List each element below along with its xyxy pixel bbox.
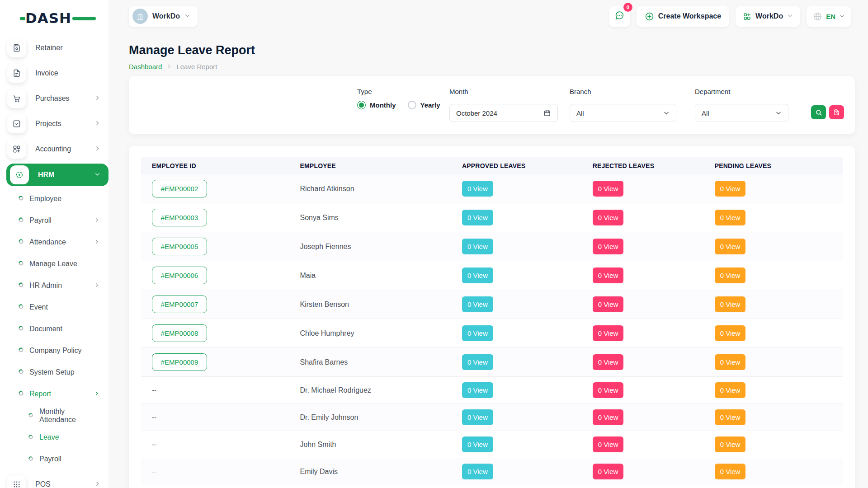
rejected-view-badge[interactable]: 0 View xyxy=(593,464,624,479)
approved-view-badge[interactable]: 0 View xyxy=(462,181,493,197)
yearly-radio[interactable]: Yearly xyxy=(408,101,440,109)
rejected-view-badge[interactable]: 0 View xyxy=(593,325,624,341)
pending-view-badge[interactable]: 0 View xyxy=(715,409,746,425)
employee-id-button[interactable]: #EMP00008 xyxy=(152,324,207,342)
approved-view-badge[interactable]: 0 View xyxy=(462,210,493,225)
sub-item-label: HR Admin xyxy=(29,282,94,290)
language-selector[interactable]: EN xyxy=(807,6,851,27)
rejected-view-badge[interactable]: 0 View xyxy=(593,382,624,398)
sidebar-item-monthly-attendance[interactable]: Monthly Attendance xyxy=(0,405,108,427)
approved-view-badge[interactable]: 0 View xyxy=(462,354,493,370)
sidebar-item-accounting[interactable]: Accounting xyxy=(0,136,108,162)
rejected-view-badge[interactable]: 0 View xyxy=(593,409,624,425)
search-button[interactable] xyxy=(811,105,826,119)
pending-view-badge[interactable]: 0 View xyxy=(715,239,746,254)
pending-view-badge[interactable]: 0 View xyxy=(715,181,746,197)
monthly-radio[interactable]: Monthly xyxy=(357,101,396,109)
rejected-view-badge[interactable]: 0 View xyxy=(593,354,624,370)
sidebar-item-payroll[interactable]: Payroll xyxy=(0,210,108,231)
hrm-target-icon xyxy=(10,165,29,184)
sidebar-item-system-setup[interactable]: System Setup xyxy=(0,361,108,383)
sidebar-item-employee[interactable]: Employee xyxy=(0,188,108,210)
rejected-view-badge[interactable]: 0 View xyxy=(593,267,624,283)
workspace-avatar-building-icon xyxy=(132,9,148,24)
approved-view-badge[interactable]: 0 View xyxy=(462,325,493,341)
pos-grid-icon xyxy=(7,475,26,488)
workdo-grid-icon xyxy=(743,12,751,21)
sidebar-item-report[interactable]: Report xyxy=(0,383,108,405)
sidebar-item-hrm[interactable]: HRM xyxy=(6,164,108,186)
department-label: Department xyxy=(695,88,730,95)
sidebar-item-leave[interactable]: Leave xyxy=(0,427,108,448)
workspace-selector[interactable]: WorkDo xyxy=(129,6,198,27)
approved-view-badge[interactable]: 0 View xyxy=(462,267,493,283)
sidebar-item-retainer[interactable]: Retainer xyxy=(0,35,108,61)
bullet-icon xyxy=(28,455,34,463)
branch-select[interactable]: All xyxy=(570,104,676,122)
employee-id-button[interactable]: #EMP00006 xyxy=(152,267,207,284)
rejected-view-badge[interactable]: 0 View xyxy=(593,436,624,452)
employee-id-button[interactable]: #EMP00003 xyxy=(152,209,207,226)
rejected-view-badge[interactable]: 0 View xyxy=(593,181,624,197)
chevron-right-icon xyxy=(94,120,100,128)
radio-selected-icon xyxy=(357,101,366,109)
pending-view-badge[interactable]: 0 View xyxy=(715,296,746,312)
brand-logo[interactable]: DASH xyxy=(25,10,84,25)
chevron-right-icon xyxy=(94,145,100,153)
sidebar-item-purchases[interactable]: Purchases xyxy=(0,86,108,111)
approved-view-badge[interactable]: 0 View xyxy=(462,409,493,425)
pending-view-badge[interactable]: 0 View xyxy=(715,325,746,341)
pending-view-badge[interactable]: 0 View xyxy=(715,354,746,370)
rejected-view-badge[interactable]: 0 View xyxy=(593,296,624,312)
month-input[interactable]: October 2024 xyxy=(449,104,558,122)
approved-view-badge[interactable]: 0 View xyxy=(462,239,493,254)
sidebar-item-invoice[interactable]: Invoice xyxy=(0,61,108,86)
sidebar-item-company-policy[interactable]: Company Policy xyxy=(0,340,108,361)
sidebar-item-projects[interactable]: Projects xyxy=(0,111,108,136)
sub-item-label: Manage Leave xyxy=(29,260,99,268)
table-row: #EMP00005 Joseph Fiennes 0 View 0 View 0… xyxy=(141,232,843,261)
rejected-view-badge[interactable]: 0 View xyxy=(593,210,624,225)
breadcrumb-dashboard-link[interactable]: Dashboard xyxy=(129,63,162,70)
sidebar-item-pos[interactable]: POS xyxy=(0,472,108,488)
employee-id-button[interactable]: #EMP00002 xyxy=(152,180,207,197)
bullet-icon xyxy=(18,368,24,376)
sub-item-label: Monthly Attendance xyxy=(39,408,99,424)
employee-name: Joseph Fiennes xyxy=(289,232,451,261)
department-select[interactable]: All xyxy=(695,104,788,122)
pending-view-badge[interactable]: 0 View xyxy=(715,382,746,398)
file-slash-icon xyxy=(833,109,840,116)
plus-circle-icon xyxy=(645,12,654,21)
employee-id-button[interactable]: #EMP00009 xyxy=(152,353,207,371)
approved-view-badge[interactable]: 0 View xyxy=(462,436,493,452)
pending-view-badge[interactable]: 0 View xyxy=(715,267,746,283)
reset-filter-button[interactable] xyxy=(829,105,844,119)
employee-id-empty: -- xyxy=(152,413,156,421)
pending-view-badge[interactable]: 0 View xyxy=(715,464,746,479)
sidebar-item-event[interactable]: Event xyxy=(0,296,108,318)
sidebar-item-manage-leave[interactable]: Manage Leave xyxy=(0,253,108,275)
sidebar-item-hr-admin[interactable]: HR Admin xyxy=(0,275,108,296)
bullet-icon xyxy=(18,216,24,225)
approved-view-badge[interactable]: 0 View xyxy=(462,382,493,398)
create-workspace-button[interactable]: Create Workspace xyxy=(637,6,729,27)
save-icon xyxy=(7,38,26,57)
sidebar-item-report-payroll[interactable]: Payroll xyxy=(0,448,108,470)
employee-id-button[interactable]: #EMP00007 xyxy=(152,296,207,313)
app-switcher[interactable]: WorkDo xyxy=(736,6,800,27)
sub-item-label: Payroll xyxy=(29,216,94,225)
rejected-view-badge[interactable]: 0 View xyxy=(593,239,624,254)
sidebar-item-attendance[interactable]: Attendance xyxy=(0,231,108,253)
bullet-icon xyxy=(18,303,24,311)
pending-view-badge[interactable]: 0 View xyxy=(715,210,746,225)
messages-button[interactable]: 0 xyxy=(609,6,630,27)
approved-view-badge[interactable]: 0 View xyxy=(462,296,493,312)
leave-report-table: EMPLOYEE ID EMPLOYEE APPROVED LEAVES REJ… xyxy=(141,157,843,488)
approved-view-badge[interactable]: 0 View xyxy=(462,464,493,479)
col-rejected-leaves: REJECTED LEAVES xyxy=(582,157,704,174)
pending-view-badge[interactable]: 0 View xyxy=(715,436,746,452)
employee-id-button[interactable]: #EMP00005 xyxy=(152,238,207,255)
employee-id-empty: -- xyxy=(152,468,156,475)
sidebar-item-document[interactable]: Document xyxy=(0,318,108,340)
workspace-name: WorkDo xyxy=(152,12,180,20)
